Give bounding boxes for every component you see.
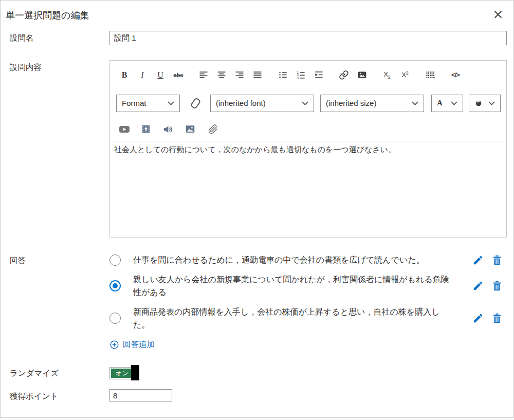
close-icon[interactable]: × xyxy=(491,8,505,22)
font-dropdown-value: (inherited font) xyxy=(216,99,266,107)
link-icon xyxy=(339,70,349,80)
numbered-list-button[interactable]: 123 xyxy=(292,67,309,83)
insert-video-button[interactable] xyxy=(116,121,133,137)
underline-button[interactable]: U xyxy=(152,67,169,83)
answer-text: 親しい友人から会社の新規事業について聞かれたが，利害関係者に情報がもれる危険性が… xyxy=(133,273,453,299)
question-content-label: 設問内容 xyxy=(10,60,109,73)
answer-row: 仕事を間に合わせるために，通勤電車の中で会社の書類を広げて読んでいた。 xyxy=(109,253,507,266)
editor-toolbar-row1: B I U abc xyxy=(110,61,506,89)
edit-single-choice-question-dialog: 単一選択問題の編集 × 設問名 設問内容 B I U abc xyxy=(0,0,514,418)
font-dropdown[interactable]: (inherited font) xyxy=(210,95,314,112)
align-left-button[interactable] xyxy=(195,67,212,83)
subscript-button[interactable]: X2 xyxy=(379,67,395,83)
bold-icon: B xyxy=(122,70,127,80)
subscript-icon: X2 xyxy=(383,70,391,80)
align-center-button[interactable] xyxy=(213,67,230,83)
answer-row: 親しい友人から会社の新規事業について聞かれたが，利害関係者に情報がもれる危険性が… xyxy=(109,273,507,299)
pencil-icon xyxy=(472,280,484,291)
numbered-list-icon: 123 xyxy=(296,70,306,80)
highlight-color-dropdown[interactable] xyxy=(469,95,501,112)
code-view-button[interactable]: </> xyxy=(447,67,464,83)
bullet-list-button[interactable] xyxy=(274,67,291,83)
link-button[interactable] xyxy=(336,67,352,83)
justify-icon xyxy=(252,70,263,80)
answers-label: 回答 xyxy=(10,253,109,266)
chevron-down-icon xyxy=(412,101,418,105)
font-color-icon: A xyxy=(437,99,443,107)
media-upload-button[interactable] xyxy=(138,121,154,137)
edit-answer-button[interactable] xyxy=(472,254,484,266)
align-right-icon xyxy=(234,70,245,80)
circle-plus-icon xyxy=(109,340,119,350)
clear-format-button[interactable] xyxy=(187,95,204,112)
points-label: 獲得ポイント xyxy=(10,389,109,402)
indent-icon xyxy=(314,70,324,80)
answer-radio[interactable] xyxy=(109,313,121,324)
pencil-icon xyxy=(472,254,484,266)
bullet-list-icon xyxy=(278,70,288,80)
question-name-label: 設問名 xyxy=(10,31,109,44)
font-color-dropdown[interactable]: A xyxy=(431,95,463,112)
insert-table-icon xyxy=(425,70,435,80)
edit-answer-button[interactable] xyxy=(472,313,484,324)
format-dropdown[interactable]: Format xyxy=(116,95,180,112)
insert-audio-button[interactable] xyxy=(159,121,176,137)
image-upload-button[interactable] xyxy=(182,121,198,137)
svg-text:3: 3 xyxy=(297,76,299,80)
trash-icon xyxy=(491,280,503,291)
randomize-toggle[interactable]: オン xyxy=(109,367,135,379)
align-center-icon xyxy=(216,70,227,80)
insert-image-button[interactable] xyxy=(354,67,370,83)
delete-answer-button[interactable] xyxy=(491,254,503,266)
image-upload-icon xyxy=(185,123,196,135)
dialog-title: 単一選択問題の編集 xyxy=(1,1,513,22)
toggle-track: オン xyxy=(111,369,134,378)
answers-row: 回答 仕事を間に合わせるために，通勤電車の中で会社の書類を広げて読んでいた。 親… xyxy=(1,253,513,352)
justify-button[interactable] xyxy=(249,67,266,83)
answer-radio[interactable] xyxy=(109,254,121,266)
indent-button[interactable] xyxy=(310,67,327,83)
code-view-icon: </> xyxy=(451,71,460,79)
chevron-down-icon xyxy=(168,101,174,105)
insert-table-button[interactable] xyxy=(422,67,438,83)
randomize-row: ランダマイズ オン xyxy=(1,366,513,379)
insert-image-icon xyxy=(357,69,368,80)
italic-icon: I xyxy=(141,70,143,80)
superscript-button[interactable]: X2 xyxy=(397,67,413,83)
highlight-color-icon xyxy=(474,99,483,107)
chevron-down-icon xyxy=(302,101,308,105)
eraser-icon xyxy=(190,97,201,109)
question-name-row: 設問名 xyxy=(1,31,513,45)
italic-button[interactable]: I xyxy=(134,67,151,83)
toggle-state-label: オン xyxy=(116,369,130,378)
attachment-button[interactable] xyxy=(205,121,221,137)
trash-icon xyxy=(491,313,503,324)
audio-icon xyxy=(162,123,174,135)
strikethrough-button[interactable]: abc xyxy=(170,67,187,83)
paperclip-icon xyxy=(208,124,218,134)
question-name-input[interactable] xyxy=(109,31,507,45)
editor-content-area[interactable]: 社会人としての行動について，次のなかから最も適切なものを一つ選びなさい。 xyxy=(110,141,506,237)
add-answer-button[interactable]: 回答追加 xyxy=(109,339,155,350)
editor-toolbar-row2: Format (inherited font) (inherited size) xyxy=(110,89,506,117)
media-upload-icon xyxy=(140,123,152,135)
answer-text: 仕事を間に合わせるために，通勤電車の中で会社の書類を広げて読んでいた。 xyxy=(133,253,453,266)
bold-button[interactable]: B xyxy=(116,67,133,83)
pencil-icon xyxy=(472,313,484,324)
points-row: 獲得ポイント xyxy=(1,389,513,402)
size-dropdown[interactable]: (inherited size) xyxy=(320,95,424,112)
question-content-row: 設問内容 B I U abc xyxy=(1,60,513,238)
randomize-label: ランダマイズ xyxy=(10,366,109,379)
answer-radio[interactable] xyxy=(109,280,121,291)
editor-toolbar-row3 xyxy=(110,117,506,141)
delete-answer-button[interactable] xyxy=(491,280,503,291)
toggle-knob[interactable] xyxy=(131,365,139,380)
superscript-icon: X2 xyxy=(401,70,409,79)
edit-answer-button[interactable] xyxy=(472,280,484,291)
align-right-button[interactable] xyxy=(231,67,248,83)
align-left-icon xyxy=(198,70,209,80)
answer-row: 新商品発表の内部情報を入手し，会社の株価が上昇すると思い，自社の株を購入した。 xyxy=(109,305,507,331)
delete-answer-button[interactable] xyxy=(491,313,503,324)
points-input[interactable] xyxy=(109,389,172,401)
answer-text: 新商品発表の内部情報を入手し，会社の株価が上昇すると思い，自社の株を購入した。 xyxy=(133,305,453,331)
